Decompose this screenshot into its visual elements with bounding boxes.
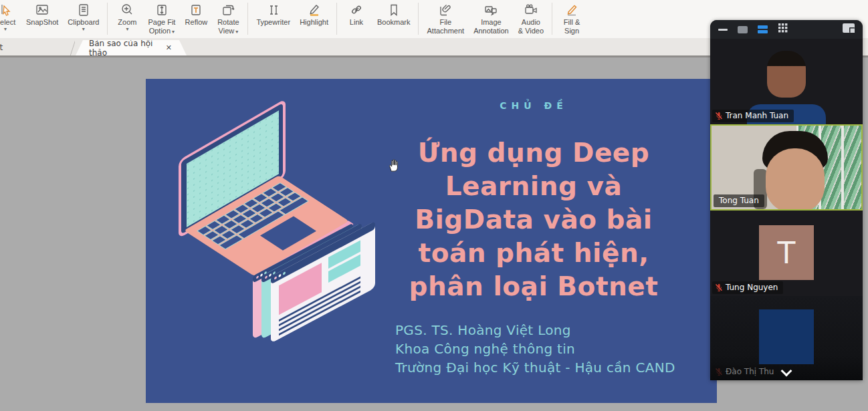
toolbar-label: Bookmark <box>377 18 411 27</box>
layout-popout-icon[interactable] <box>843 23 855 35</box>
participant-tile-active-speaker[interactable]: Tong Tuan <box>710 124 863 211</box>
hand-pan-cursor <box>387 158 400 175</box>
toolbar-label: Typewriter <box>256 18 290 27</box>
chevron-down-icon: ▾ <box>4 27 7 32</box>
slide-title: Ứng dụng Deep Learning và BigData vào bà… <box>376 136 691 303</box>
toolbar-button-snapshot[interactable]: SnapShot <box>21 2 63 27</box>
participant-person <box>767 51 806 98</box>
chevron-down-icon: ▾ <box>235 29 238 35</box>
link-icon <box>349 2 364 18</box>
speaker-view-icon[interactable] <box>738 26 748 33</box>
participant-name-bar: Tung Nguyen <box>712 281 783 294</box>
toolbar-label: Option▾ <box>149 27 175 36</box>
toolbar-label: Select <box>0 18 15 27</box>
participant-name-bar: Tran Manh Tuan <box>712 110 794 122</box>
toolbar-label: Reflow <box>185 18 208 27</box>
slide-text-column: CHỦ ĐỀ Ứng dụng Deep Learning và BigData… <box>376 79 691 377</box>
rotate-view-icon <box>221 2 235 18</box>
toolbar-label: Attachment <box>427 27 464 35</box>
toolbar-separator <box>336 3 337 35</box>
video-panel-header <box>710 20 863 39</box>
toolbar-separator <box>247 3 248 35</box>
slide-eyebrow: CHỦ ĐỀ <box>376 100 691 111</box>
toolbar-separator <box>107 3 108 35</box>
avatar-initial: T <box>778 236 796 270</box>
toolbar-button-audio-video[interactable]: Audio & Video <box>514 2 548 35</box>
toolbar-label: & Video <box>518 27 544 35</box>
toolbar-button-image-annotation[interactable]: Image Annotation <box>469 2 514 35</box>
toolbar-label: Rotate <box>217 18 239 27</box>
participant-name: Tong Tuan <box>719 196 759 205</box>
collapse-chevron-icon[interactable] <box>782 366 791 375</box>
tab-title: Bản sao của hội thảo <box>89 39 166 57</box>
application-window: Select ▾ SnapShot Clipboard ▾ <box>0 0 868 411</box>
toolbar-button-reflow[interactable]: Reflow <box>180 2 212 27</box>
toolbar-button-page-fit-option[interactable]: Page Fit Option▾ <box>143 2 180 36</box>
toolbar-button-highlight[interactable]: Highlight <box>295 2 333 27</box>
participant-tile[interactable]: Đào Thị Thu <box>710 296 863 380</box>
toolbar-button-zoom[interactable]: Zoom ▾ <box>111 2 143 32</box>
participant-name-bar: Đào Thị Thu <box>712 366 779 378</box>
zoom-magnifier-icon <box>120 2 134 18</box>
avatar <box>759 309 814 364</box>
toolbar-button-fill-sign[interactable]: Fill & Sign <box>556 2 588 35</box>
participant-person-face <box>766 148 825 211</box>
page-fit-icon <box>154 2 169 18</box>
toolbar-label: File <box>439 18 451 27</box>
toolbar-separator <box>552 3 552 35</box>
file-attachment-icon <box>438 2 453 18</box>
toolbar-label: Sign <box>564 27 579 35</box>
bookmark-icon <box>387 2 401 18</box>
toolbar-label: Annotation <box>473 27 509 35</box>
tab-divider <box>67 40 75 55</box>
participant-name: Đào Thị Thu <box>726 367 774 376</box>
chevron-down-icon: ▾ <box>82 27 85 32</box>
snapshot-icon <box>35 2 49 18</box>
clipboard-icon <box>76 2 91 18</box>
participant-tile[interactable]: T Tung Nguyen <box>710 211 863 296</box>
tab-document-active[interactable]: Bản sao của hội thảo <box>76 40 187 55</box>
toolbar-label: Page Fit <box>148 18 175 27</box>
typewriter-icon <box>266 2 281 18</box>
toolbar-button-file-attachment[interactable]: File Attachment <box>422 2 469 35</box>
avatar: T <box>759 225 814 280</box>
toolbar-button-typewriter[interactable]: Typewriter <box>251 2 295 27</box>
toolbar-label: Highlight <box>300 18 328 27</box>
toolbar-label: SnapShot <box>26 18 58 27</box>
mic-muted-icon <box>715 283 723 291</box>
highlight-icon <box>307 2 322 18</box>
slide-authors: PGS. TS. Hoàng Việt Long Khoa Công nghệ … <box>376 321 691 377</box>
toolbar-button-clipboard[interactable]: Clipboard ▾ <box>63 2 104 32</box>
participant-name-bar: Tong Tuan <box>714 194 764 207</box>
gallery-strip-view-icon[interactable] <box>758 25 768 33</box>
tab-start[interactable]: Start <box>0 41 13 55</box>
chevron-down-icon: ▾ <box>172 29 175 35</box>
pdf-page-slide[interactable]: CHỦ ĐỀ Ứng dụng Deep Learning và BigData… <box>146 79 717 403</box>
video-conference-panel: Tran Manh Tuan Tong Tuan T <box>710 20 863 380</box>
chevron-down-icon: ▾ <box>126 27 128 32</box>
toolbar-button-rotate-view[interactable]: Rotate View▾ <box>212 2 244 36</box>
close-icon[interactable] <box>166 43 172 52</box>
audio-video-icon <box>524 2 538 18</box>
mic-muted-icon <box>715 112 723 120</box>
image-annotation-icon <box>483 2 498 18</box>
select-cursor-icon <box>0 2 13 18</box>
participant-name: Tran Manh Tuan <box>726 111 788 120</box>
toolbar-button-select[interactable]: Select ▾ <box>0 2 21 32</box>
toolbar-label: Image <box>481 18 502 27</box>
reflow-icon <box>189 2 203 18</box>
toolbar-label: View▾ <box>219 27 239 36</box>
fill-sign-icon <box>564 2 579 18</box>
toolbar-label: Audio <box>522 18 540 27</box>
participant-name: Tung Nguyen <box>726 283 778 292</box>
mic-muted-icon <box>715 368 723 376</box>
toolbar-button-link[interactable]: Link <box>340 2 372 27</box>
grid-view-icon[interactable] <box>778 23 788 36</box>
toolbar-label: Fill & <box>564 18 580 27</box>
participant-tile[interactable]: Tran Manh Tuan <box>710 39 863 124</box>
toolbar-separator <box>418 3 419 35</box>
minimize-icon[interactable] <box>718 29 728 31</box>
toolbar-button-bookmark[interactable]: Bookmark <box>372 2 415 27</box>
toolbar-label: Link <box>350 18 363 27</box>
